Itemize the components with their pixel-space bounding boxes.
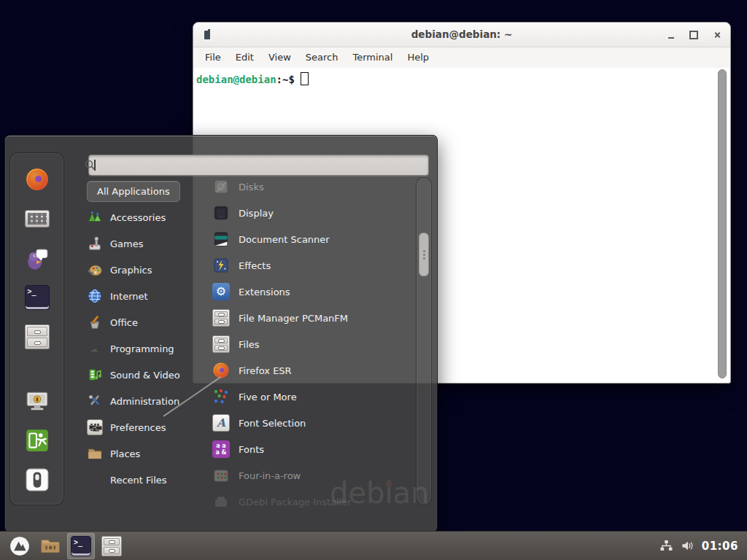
category-places[interactable]: Places bbox=[87, 440, 204, 467]
shutdown-icon bbox=[25, 467, 50, 492]
terminal-menu-edit[interactable]: Edit bbox=[228, 47, 261, 68]
app-five-or-more[interactable]: Five or More bbox=[212, 384, 415, 410]
favorite-file-cabinet[interactable] bbox=[24, 324, 50, 350]
category-label: Preferences bbox=[110, 422, 166, 433]
app-file-manager-pcmanfm[interactable]: File Manager PCManFM bbox=[212, 305, 415, 331]
maximize-button[interactable] bbox=[689, 31, 698, 39]
taskbar: >_ 01:06 bbox=[0, 531, 747, 560]
extensions-icon: ⚙ bbox=[212, 283, 230, 300]
app-extensions[interactable]: ⚙Extensions bbox=[212, 279, 415, 305]
system-tray: 01:06 bbox=[659, 540, 741, 553]
taskbar-file-cabinet[interactable] bbox=[98, 533, 125, 559]
app-files[interactable]: Files bbox=[212, 331, 415, 357]
terminal-menu-terminal[interactable]: Terminal bbox=[345, 47, 400, 68]
volume-icon[interactable] bbox=[681, 540, 694, 552]
category-label: Recent Files bbox=[110, 475, 167, 486]
category-label: Programming bbox=[110, 343, 174, 354]
app-display[interactable]: Display bbox=[212, 200, 415, 226]
category-preferences[interactable]: Preferences bbox=[87, 414, 204, 440]
shell-prompt: debian@debian:~$ bbox=[196, 72, 309, 85]
close-button[interactable] bbox=[713, 31, 721, 39]
terminal-icon: >_ bbox=[71, 536, 91, 556]
taskbar-file-manager[interactable] bbox=[36, 533, 64, 559]
category-graphics[interactable]: Graphics bbox=[87, 257, 204, 283]
logout-button[interactable] bbox=[24, 427, 50, 454]
app-gdebi-package-installer: GDebi Package Installer bbox=[212, 489, 415, 515]
effects-icon bbox=[212, 257, 230, 274]
minimize-button[interactable] bbox=[668, 37, 674, 39]
application-menu: >_ All ApplicationsAccessoriesGamesGraph… bbox=[4, 135, 438, 532]
app-effects[interactable]: Effects bbox=[212, 252, 415, 279]
menu-scrollbar[interactable] bbox=[416, 177, 432, 505]
favorite-firefox[interactable] bbox=[24, 166, 50, 192]
app-label: File Manager PCManFM bbox=[239, 313, 348, 324]
app-label: Font Selection bbox=[239, 418, 306, 429]
search-input[interactable] bbox=[88, 155, 429, 176]
shutdown-button[interactable] bbox=[24, 467, 50, 493]
taskbar-menu-launcher[interactable] bbox=[6, 533, 34, 559]
category-label: Internet bbox=[110, 291, 148, 302]
pidgin-icon bbox=[25, 246, 50, 271]
terminal-menubar: FileEditViewSearchTerminalHelp bbox=[193, 47, 730, 69]
category-list: All ApplicationsAccessoriesGamesGraphics… bbox=[87, 181, 204, 493]
display-icon bbox=[212, 204, 230, 222]
terminal-menu-file[interactable]: File bbox=[198, 47, 228, 68]
taskbar-terminal[interactable]: >_ bbox=[67, 533, 95, 559]
programming-icon bbox=[87, 341, 103, 357]
document-scanner-icon bbox=[212, 230, 230, 248]
favorite-pidgin[interactable] bbox=[24, 245, 50, 271]
category-accessories[interactable]: Accessories bbox=[87, 204, 204, 230]
terminal-scrollbar-thumb[interactable] bbox=[718, 69, 727, 378]
category-label: Office bbox=[110, 317, 138, 328]
category-sound-video[interactable]: Sound & Video bbox=[87, 362, 204, 388]
disks-icon bbox=[212, 178, 230, 195]
clock[interactable]: 01:06 bbox=[702, 540, 738, 553]
app-label: Disks bbox=[239, 182, 264, 192]
desktop: debian debian@debian: ~ FileEditViewSear… bbox=[0, 0, 747, 560]
office-icon bbox=[87, 314, 103, 330]
app-firefox-esr[interactable]: Firefox ESR bbox=[212, 357, 415, 384]
graphics-icon bbox=[87, 262, 103, 278]
favorite-terminal[interactable]: >_ bbox=[24, 284, 50, 311]
favorite-keyboard[interactable] bbox=[24, 206, 50, 232]
file-cabinet-icon bbox=[25, 324, 50, 349]
gdebi-icon bbox=[212, 493, 230, 510]
terminal-scrollbar[interactable] bbox=[719, 69, 727, 378]
file-cabinet-icon bbox=[101, 536, 122, 556]
lock-screen-icon bbox=[25, 389, 50, 413]
app-label: Firefox ESR bbox=[239, 365, 292, 376]
category-programming[interactable]: Programming bbox=[87, 335, 204, 362]
five-or-more-icon bbox=[212, 388, 230, 405]
terminal-menu-search[interactable]: Search bbox=[298, 47, 346, 68]
category-label: Sound & Video bbox=[110, 370, 180, 381]
fonts-icon: a aa & bbox=[212, 440, 230, 458]
app-font-selection[interactable]: AFont Selection bbox=[212, 410, 415, 436]
category-recent-files[interactable]: Recent Files bbox=[87, 467, 204, 493]
four-in-a-row-icon bbox=[212, 467, 230, 484]
category-label: Games bbox=[110, 238, 143, 249]
menu-scrollbar-thumb[interactable] bbox=[419, 233, 429, 276]
file-cabinet-icon bbox=[212, 335, 230, 353]
app-fonts[interactable]: a aa &Fonts bbox=[212, 436, 415, 462]
app-label: Display bbox=[239, 208, 274, 219]
terminal-titlebar[interactable]: debian@debian: ~ bbox=[193, 23, 730, 47]
window-controls bbox=[668, 23, 721, 47]
category-games[interactable]: Games bbox=[87, 230, 204, 257]
terminal-menu-view[interactable]: View bbox=[261, 47, 298, 68]
terminal-cursor bbox=[301, 72, 309, 85]
lock-screen-button[interactable] bbox=[24, 388, 50, 414]
category-label: Administration bbox=[110, 396, 179, 407]
terminal-menu-help[interactable]: Help bbox=[400, 47, 436, 68]
launcher-icon bbox=[9, 536, 30, 556]
app-label: Five or More bbox=[239, 392, 297, 402]
terminal-title: debian@debian: ~ bbox=[193, 23, 730, 47]
category-all-applications[interactable]: All Applications bbox=[87, 181, 180, 202]
app-four-in-a-row: Four-in-a-row bbox=[212, 462, 415, 489]
app-document-scanner[interactable]: Document Scanner bbox=[212, 226, 415, 252]
logout-icon bbox=[25, 428, 50, 453]
folder-icon bbox=[40, 536, 61, 556]
network-icon[interactable] bbox=[659, 540, 673, 552]
category-internet[interactable]: Internet bbox=[87, 283, 204, 309]
category-office[interactable]: Office bbox=[87, 309, 204, 335]
terminal-icon: >_ bbox=[25, 285, 50, 310]
